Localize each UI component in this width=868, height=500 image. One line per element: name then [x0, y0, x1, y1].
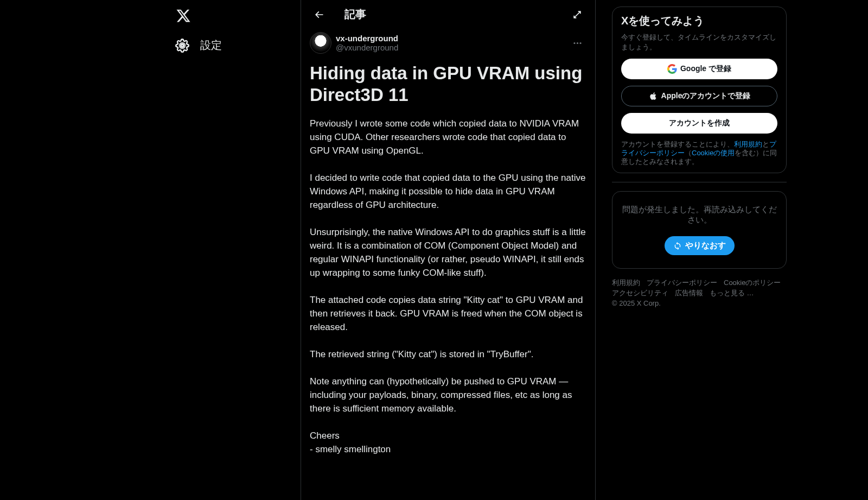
article-paragraph: The attached code copies data string "Ki…: [310, 293, 586, 334]
divider: [612, 182, 787, 182]
article-paragraph: The retrieved string ("Kitty cat") is st…: [310, 347, 586, 361]
article-signature: Cheers: [310, 429, 586, 442]
google-icon: [667, 64, 677, 74]
create-account-button[interactable]: アカウントを作成: [621, 113, 777, 134]
gear-icon: [175, 39, 189, 53]
article-paragraph: I decided to write code that copied data…: [310, 171, 586, 212]
google-signup-button[interactable]: Google で登録: [621, 59, 777, 79]
retry-button[interactable]: やりなおす: [665, 236, 735, 255]
signup-title: Xを使ってみよう: [621, 14, 777, 28]
footer-accessibility[interactable]: アクセシビリティ: [612, 288, 668, 298]
author-handle[interactable]: @vxunderground: [336, 43, 398, 52]
more-button[interactable]: [568, 34, 586, 52]
back-button[interactable]: [310, 5, 328, 24]
retry-label: やりなおす: [685, 240, 726, 251]
footer-privacy[interactable]: プライバシーポリシー: [647, 277, 717, 288]
refresh-icon: [673, 242, 682, 250]
page-title: 記事: [344, 7, 366, 22]
svg-point-1: [181, 43, 184, 47]
signup-terms: アカウントを登録することにより、利用規約とプライバシーポリシー（Cookieの使…: [621, 140, 777, 166]
svg-point-3: [576, 42, 578, 43]
author-name[interactable]: vx-underground: [336, 34, 398, 43]
apple-signup-button[interactable]: Appleのアカウントで登録: [621, 86, 777, 106]
signup-subtitle: 今すぐ登録して、タイムラインをカスタマイズしましょう。: [621, 33, 777, 52]
x-logo[interactable]: [170, 2, 197, 29]
arrow-left-icon: [314, 9, 324, 20]
tos-link[interactable]: 利用規約: [734, 140, 762, 148]
svg-point-4: [579, 42, 581, 43]
nav-settings[interactable]: 設定: [169, 31, 237, 59]
apple-signup-label: Appleのアカウントで登録: [661, 91, 751, 101]
author-row: vx-underground @vxunderground: [310, 32, 586, 54]
footer-links: 利用規約 プライバシーポリシー Cookieのポリシー アクセシビリティ 広告情…: [612, 277, 787, 308]
article-body: Previously I wrote some code which copie…: [310, 117, 586, 456]
ellipsis-icon: [572, 38, 583, 48]
google-signup-label: Google で登録: [680, 64, 731, 74]
footer-tos[interactable]: 利用規約: [612, 277, 640, 288]
expand-icon: [572, 9, 583, 20]
article-paragraph: Previously I wrote some code which copie…: [310, 117, 586, 157]
error-box: 問題が発生しました。再読み込みしてください。 やりなおす: [612, 191, 787, 269]
article: vx-underground @vxunderground Hiding dat…: [301, 29, 595, 465]
svg-point-2: [573, 42, 575, 43]
signup-box: Xを使ってみよう 今すぐ登録して、タイムラインをカスタマイズしましょう。 Goo…: [612, 7, 787, 173]
article-title: Hiding data in GPU VRAM using Direct3D 1…: [310, 62, 586, 106]
footer-more[interactable]: もっと見る …: [710, 288, 754, 298]
footer-cookie[interactable]: Cookieのポリシー: [724, 277, 781, 288]
article-paragraph: Note anything can (hypothetically) be pu…: [310, 375, 586, 415]
expand-button[interactable]: [568, 5, 586, 24]
cookie-link[interactable]: Cookieの使用: [692, 149, 735, 157]
article-signature: - smelly smellington: [310, 442, 586, 456]
main-column: 記事 vx-underground @vxunderground Hiding …: [301, 0, 596, 500]
nav-settings-label: 設定: [200, 38, 222, 53]
sidebar-right: Xを使ってみよう 今すぐ登録して、タイムラインをカスタマイズしましょう。 Goo…: [596, 0, 787, 500]
error-message: 問題が発生しました。再読み込みしてください。: [621, 205, 777, 225]
apple-icon: [648, 91, 658, 101]
avatar[interactable]: [310, 32, 331, 54]
footer-ads[interactable]: 広告情報: [675, 288, 703, 298]
sidebar-left: 設定: [81, 0, 301, 500]
header-bar: 記事: [301, 0, 595, 29]
footer-copyright: © 2025 X Corp.: [612, 298, 661, 308]
article-paragraph: Unsurprisingly, the native Windows API t…: [310, 225, 586, 280]
create-account-label: アカウントを作成: [669, 118, 730, 128]
